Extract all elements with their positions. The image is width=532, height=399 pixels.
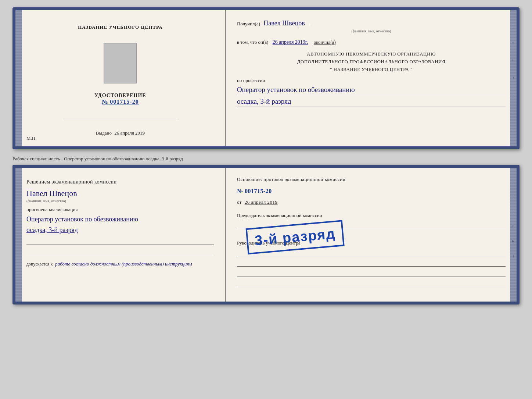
- razryad-value: осадка, 3-й разряд: [237, 97, 506, 107]
- org-block: АВТОНОМНУЮ НЕКОММЕРЧЕСКУЮ ОРГАНИЗАЦИЮ ДО…: [237, 50, 506, 73]
- dopuskaetsya-val: работе согласно должностным (производств…: [55, 261, 192, 267]
- fio-hint: (фамилия, имя, отчество): [237, 28, 506, 34]
- right-sign-line-5: [237, 281, 506, 287]
- ot-date-block: от 26 апреля 2019: [237, 199, 506, 206]
- poluchil-label: Получил(а): [237, 21, 260, 26]
- org-line2: ДОПОЛНИТЕЛЬНОГО ПРОФЕССИОНАЛЬНОГО ОБРАЗО…: [237, 58, 506, 66]
- osnovanie-block: Основание: протокол экзаменационной коми…: [237, 176, 506, 206]
- mp-text: М.П.: [26, 135, 36, 141]
- poluchil-line: Получил(а) Павел Швецов – (фамилия, имя,…: [237, 18, 506, 34]
- vydano-line: Выдано 26 апреля 2019: [96, 130, 145, 136]
- org-line3: " НАЗВАНИЕ УЧЕБНОГО ЦЕНТРА ": [237, 66, 506, 74]
- photo-placeholder: [104, 43, 137, 83]
- ot-date: 26 апреля 2019: [245, 199, 278, 205]
- udostoverenie-number: № 001715-20: [94, 99, 146, 105]
- stamp-text: 3-й разряд: [254, 226, 336, 249]
- doc1-left: НАЗВАНИЕ УЧЕБНОГО ЦЕНТРА УДОСТОВЕРЕНИЕ №…: [15, 10, 226, 146]
- right-sign-line-3: [237, 260, 506, 267]
- org-line1: АВТОНОМНУЮ НЕКОММЕРЧЕСКУЮ ОРГАНИЗАЦИЮ: [237, 50, 506, 58]
- doc1-center-title: НАЗВАНИЕ УЧЕБНОГО ЦЕНТРА: [78, 24, 163, 30]
- speciality-note: Рабочая специальность - Оператор установ…: [12, 156, 520, 162]
- prisvoena: присвоена квалификация: [26, 207, 214, 213]
- sign-line-2b: [26, 249, 214, 255]
- person-name: Павел Швецов: [26, 189, 214, 198]
- sign-line-1: [64, 113, 177, 119]
- komissia-title: Решением экзаменационной комиссии: [26, 178, 214, 186]
- spine-right: [510, 10, 517, 146]
- chairman-label: Председатель экзаменационной комиссии: [237, 212, 506, 219]
- kvalif-line2: осадка, 3-й разряд: [26, 225, 214, 235]
- dopuskaetsya: допускается к работе согласно должностны…: [26, 261, 214, 267]
- right-side-lines-2: [237, 250, 506, 287]
- dopuskaetsya-label: допускается к: [26, 261, 53, 267]
- vtom-label: в том, что он(а): [237, 39, 269, 45]
- page-wrapper: НАЗВАНИЕ УЧЕБНОГО ЦЕНТРА УДОСТОВЕРЕНИЕ №…: [12, 7, 520, 304]
- vtom-line: в том, что он(а) 26 апреля 2019г. окончи…: [237, 38, 506, 46]
- ot-label: от: [237, 199, 242, 205]
- right-sign-line-4: [237, 270, 506, 277]
- sign-lines-2: [26, 238, 214, 255]
- doc2-left: Решением экзаменационной комиссии Павел …: [15, 168, 226, 302]
- okonchil-label: окончил(а): [314, 39, 336, 45]
- doc1-right: Получил(а) Павел Швецов – (фамилия, имя,…: [226, 10, 517, 146]
- vtom-date: 26 апреля 2019г.: [273, 39, 308, 45]
- vydano-date: 26 апреля 2019: [114, 130, 145, 136]
- fio-hint-2: (фамилия, имя, отчество): [26, 199, 214, 203]
- udostoverenie-block: УДОСТОВЕРЕНИЕ № 001715-20: [94, 93, 146, 105]
- document-2: Решением экзаменационной комиссии Павел …: [12, 165, 520, 304]
- document-1: НАЗВАНИЕ УЧЕБНОГО ЦЕНТРА УДОСТОВЕРЕНИЕ №…: [12, 7, 520, 149]
- vydano-label: Выдано: [96, 130, 112, 136]
- po-professii: по профессии: [237, 78, 506, 83]
- osnovanie-label: Основание: протокол экзаменационной коми…: [237, 176, 506, 184]
- udostoverenie-title: УДОСТОВЕРЕНИЕ: [94, 93, 146, 99]
- sign-line-2a: [26, 238, 214, 245]
- protocol-number: № 001715-20: [237, 186, 506, 196]
- kvalif-line1: Оператор установок по обезвоживанию: [26, 215, 214, 224]
- poluchil-name: Павел Швецов: [263, 19, 305, 27]
- profession-value: Оператор установок по обезвоживанию: [237, 85, 506, 95]
- spine-right-2: [510, 168, 517, 302]
